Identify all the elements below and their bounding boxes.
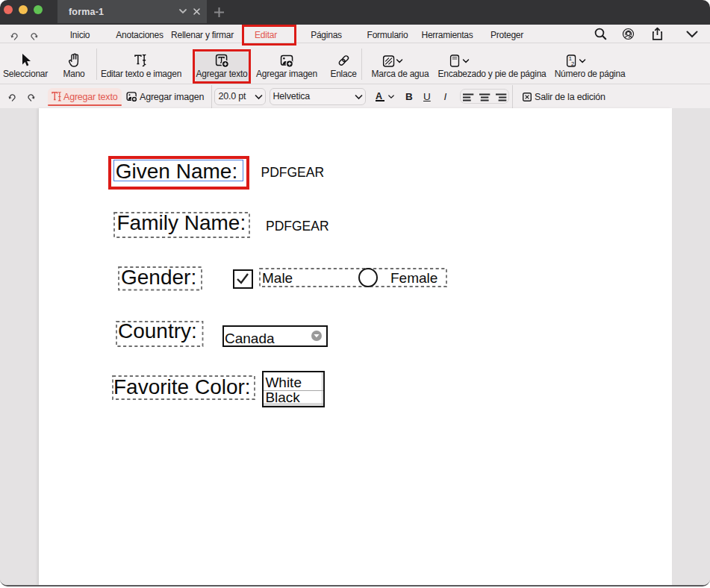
svg-text:2: 2 bbox=[571, 60, 574, 67]
